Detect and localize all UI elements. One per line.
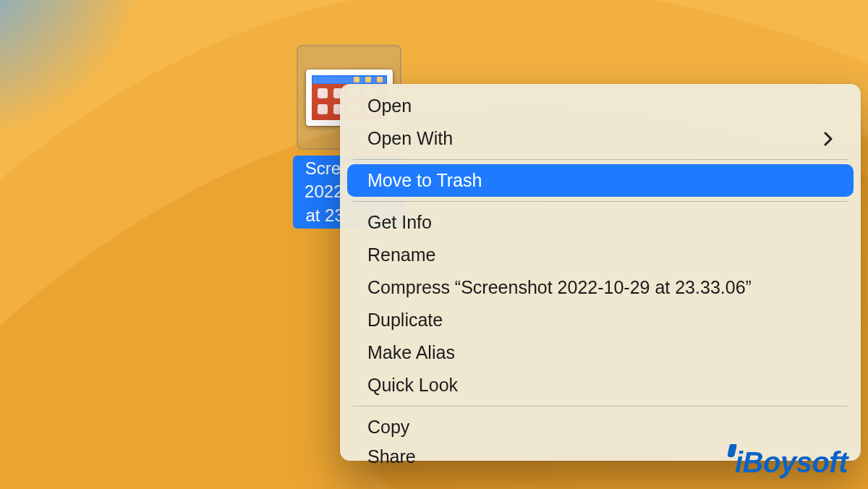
menu-item-label: Make Alias bbox=[367, 342, 455, 363]
menu-item-label: Rename bbox=[367, 244, 436, 265]
menu-item-label: Compress “Screenshot 2022-10-29 at 23.33… bbox=[367, 277, 752, 298]
menu-item-open-with[interactable]: Open With bbox=[347, 122, 854, 155]
menu-item-get-info[interactable]: Get Info bbox=[347, 206, 854, 239]
menu-item-label: Share bbox=[367, 446, 416, 464]
menu-item-move-to-trash[interactable]: Move to Trash bbox=[347, 164, 854, 197]
menu-item-label: Get Info bbox=[367, 212, 432, 233]
chevron-right-icon bbox=[823, 132, 833, 146]
menu-item-open[interactable]: Open bbox=[347, 90, 854, 122]
menu-item-label: Open With bbox=[367, 128, 453, 149]
menu-separator bbox=[353, 201, 848, 202]
menu-separator bbox=[353, 159, 848, 160]
watermark-logo: iBoysoft bbox=[728, 444, 848, 479]
menu-item-label: Move to Trash bbox=[367, 170, 482, 191]
menu-item-quick-look[interactable]: Quick Look bbox=[347, 369, 854, 401]
context-menu: Open Open With Move to Trash Get Info Re… bbox=[340, 84, 861, 461]
menu-item-duplicate[interactable]: Duplicate bbox=[347, 304, 854, 336]
menu-item-label: Copy bbox=[367, 417, 409, 438]
menu-item-label: Duplicate bbox=[367, 310, 443, 331]
watermark-text: iBoysoft bbox=[735, 446, 848, 479]
menu-item-copy[interactable]: Copy bbox=[347, 411, 854, 443]
menu-item-rename[interactable]: Rename bbox=[347, 239, 854, 271]
desktop-background: Screenshot2022-10-29 at 23.33.06 Open Op… bbox=[0, 0, 868, 489]
menu-item-label: Quick Look bbox=[367, 375, 458, 396]
menu-separator bbox=[353, 406, 848, 407]
menu-item-label: Open bbox=[367, 95, 412, 116]
menu-item-compress[interactable]: Compress “Screenshot 2022-10-29 at 23.33… bbox=[347, 271, 854, 304]
menu-item-make-alias[interactable]: Make Alias bbox=[347, 336, 854, 369]
